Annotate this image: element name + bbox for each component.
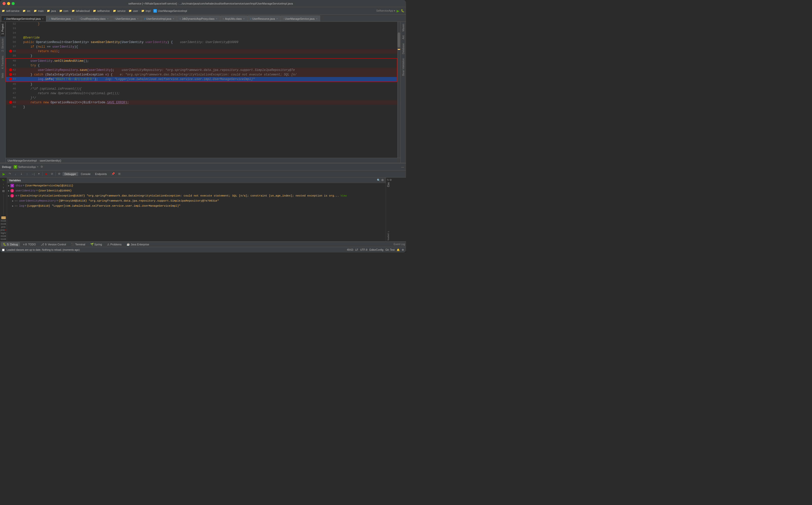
- view-link[interactable]: View: [340, 194, 346, 197]
- step-into-button[interactable]: ↓: [13, 171, 18, 177]
- scrollbar-thumb[interactable]: [397, 32, 400, 48]
- var-e[interactable]: ▶ i e = {DataIntegrityViolationException…: [7, 193, 386, 198]
- expand-useridentity[interactable]: ▶: [8, 189, 9, 192]
- tab-usermanageservice[interactable]: i UserManageService.java ×: [280, 15, 320, 21]
- run-button[interactable]: ▶: [396, 9, 399, 13]
- code-area[interactable]: 32 } 33 34: [6, 22, 397, 158]
- step-over-button[interactable]: ↷: [7, 171, 12, 177]
- var-log[interactable]: ▶ ○○ log = {Logger@16119} "Logger[com.iw…: [7, 203, 386, 208]
- save-item[interactable]: save: [1, 216, 6, 219]
- nav-service[interactable]: service: [117, 9, 125, 12]
- settings-button[interactable]: ⚙: [56, 171, 62, 177]
- minimize-button[interactable]: [7, 2, 10, 5]
- nav-impl[interactable]: impl: [146, 9, 150, 12]
- nav-user[interactable]: user: [133, 9, 138, 12]
- debug-close-icon[interactable]: —: [401, 165, 404, 168]
- tab-mailservice[interactable]: J MailService.java ×: [46, 15, 76, 21]
- expand-log[interactable]: ▶: [12, 205, 13, 207]
- tab-close-aoputils[interactable]: ×: [243, 17, 245, 20]
- tab-jdkdynamicaopproxy[interactable]: c JdkDynamicAopProxy.class ×: [177, 15, 220, 21]
- logar[interactable]: logAr: [1, 232, 6, 234]
- search-vars-icon[interactable]: 🔍: [377, 179, 380, 182]
- maximize-button[interactable]: [12, 2, 15, 5]
- nav-com[interactable]: com: [63, 9, 69, 12]
- tab-aoputils[interactable]: c AopUtils.class ×: [220, 15, 248, 21]
- debug-button[interactable]: 🐛: [401, 9, 404, 12]
- notifications-icon[interactable]: 🔔: [396, 248, 400, 251]
- bottom-tab-spring[interactable]: 🌱 Spring: [88, 242, 104, 246]
- run-config[interactable]: SelfserviceApp ▾: [376, 9, 395, 12]
- var-useridentity[interactable]: ▶ i userIdentity = {UserIdentity@16009}: [7, 188, 386, 193]
- tab-crudrepository[interactable]: i CrudRepository.class ×: [76, 15, 111, 21]
- tab-favorites[interactable]: 4: Favorites: [1, 54, 5, 71]
- bottom-tab-vcs[interactable]: ⎇ 9: Version Control: [39, 242, 68, 246]
- invok-1[interactable]: invok: [1, 219, 6, 222]
- event-log-label[interactable]: Event Log: [393, 243, 405, 246]
- tab-database[interactable]: Database: [401, 41, 405, 56]
- sort-vars-icon[interactable]: ⚙: [381, 179, 384, 182]
- restart-debug[interactable]: ↻: [1, 179, 6, 182]
- tab-close-usermanageservice[interactable]: ×: [316, 17, 317, 20]
- tab-ant[interactable]: Ant: [401, 33, 405, 41]
- close-button[interactable]: [3, 2, 6, 5]
- tab-bean-validation[interactable]: Bean Validation: [401, 56, 405, 78]
- settings-icon[interactable]: ⚙: [402, 248, 404, 251]
- evaluate-expression[interactable]: ✦: [36, 171, 41, 177]
- proc-1[interactable]: proc: [1, 226, 6, 228]
- nav-src[interactable]: src: [27, 9, 30, 12]
- up-arrow-debug[interactable]: ↑: [1, 186, 6, 189]
- bottom-tab-java-enterprise[interactable]: ☕ Java Enterprise: [124, 242, 151, 246]
- run-to-cursor[interactable]: →|: [30, 171, 36, 177]
- tab-userservice[interactable]: i UserService.java ×: [111, 15, 141, 21]
- stop-button[interactable]: ■: [43, 171, 49, 177]
- force-step-into[interactable]: ⤓: [18, 171, 24, 177]
- tab-usermanageserviceimpl[interactable]: J UserManageServiceImpl.java ×: [1, 15, 46, 21]
- tab-project[interactable]: 1: Project: [1, 22, 5, 36]
- nav-java[interactable]: java: [51, 9, 56, 12]
- breadcrumb-method[interactable]: saveUserIdentity(): [39, 159, 61, 162]
- invok-4[interactable]: invok: [1, 238, 6, 240]
- tab-close-crudrepository[interactable]: ×: [107, 17, 108, 20]
- nav-iwhalecloud[interactable]: iwhalecloud: [76, 9, 90, 12]
- tab-close-usermanageserviceimpl[interactable]: ×: [42, 17, 43, 20]
- tab-userserviceimpl[interactable]: J UserServiceImpl.java ×: [141, 15, 177, 21]
- bottom-tab-todo[interactable]: ≡ 8: TODO: [21, 242, 38, 246]
- tab-structure[interactable]: 2: Structure: [1, 36, 5, 54]
- endpoints-tab[interactable]: Endpoints: [93, 172, 109, 176]
- filter-vars[interactable]: ⊟: [1, 189, 6, 193]
- tab-close-userserviceimpl[interactable]: ×: [173, 17, 174, 20]
- tab-close-jdkdynamicaopproxy[interactable]: ×: [216, 17, 217, 20]
- mute-breakpoints[interactable]: ⊘: [49, 171, 55, 177]
- tab-close-userresource[interactable]: ×: [276, 17, 278, 20]
- nav-selfservice[interactable]: selfservice: [97, 9, 110, 12]
- scrollbar[interactable]: [397, 22, 400, 158]
- debug-session[interactable]: S SelfserviceApp ×: [14, 165, 38, 169]
- bottom-tab-problems[interactable]: ⚠ Problems: [105, 242, 123, 246]
- tab-userresource[interactable]: J UserResource.java ×: [247, 15, 280, 21]
- var-useridentityrepository[interactable]: ▶ ○○ userIdentityRepository = {$Proxy186…: [7, 198, 386, 203]
- nav-class[interactable]: UserManageServiceImpl: [158, 9, 187, 12]
- console-tab[interactable]: Console: [79, 172, 93, 176]
- invok-3[interactable]: invok: [1, 235, 6, 237]
- reload-checkbox[interactable]: [2, 249, 5, 251]
- down-arrow-debug[interactable]: ↓: [1, 182, 6, 185]
- encoding[interactable]: UTF-8: [360, 248, 367, 251]
- restore-layout[interactable]: ⊞: [116, 171, 122, 177]
- tab-close-userservice[interactable]: ×: [137, 17, 139, 20]
- expand-this[interactable]: ▶: [8, 184, 9, 187]
- step-out-button[interactable]: ↑: [24, 171, 30, 177]
- proc-2[interactable]: proc ●: [1, 229, 6, 231]
- debug-session-close[interactable]: ×: [37, 165, 38, 168]
- var-this[interactable]: ▶ ≡ this = {UserManageServiceImpl@16111}: [7, 183, 386, 188]
- tab-web[interactable]: Web: [1, 71, 5, 80]
- indent-config[interactable]: EditorConfig: [369, 248, 383, 251]
- expand-repo[interactable]: ▶: [12, 200, 13, 202]
- tab-maven[interactable]: Maven: [401, 22, 405, 33]
- bottom-tab-debug[interactable]: 🐛 5: Debug: [1, 242, 20, 246]
- nav-self-service[interactable]: self-service: [6, 9, 19, 12]
- refresh-panel-icon[interactable]: ↻: [387, 179, 389, 181]
- git-status[interactable]: Git: Test: [385, 248, 395, 251]
- breadcrumb-class[interactable]: UserManageServiceImpl: [8, 159, 37, 162]
- panel-settings-icon[interactable]: ⚙: [389, 179, 392, 181]
- invok-2[interactable]: invok: [1, 223, 6, 225]
